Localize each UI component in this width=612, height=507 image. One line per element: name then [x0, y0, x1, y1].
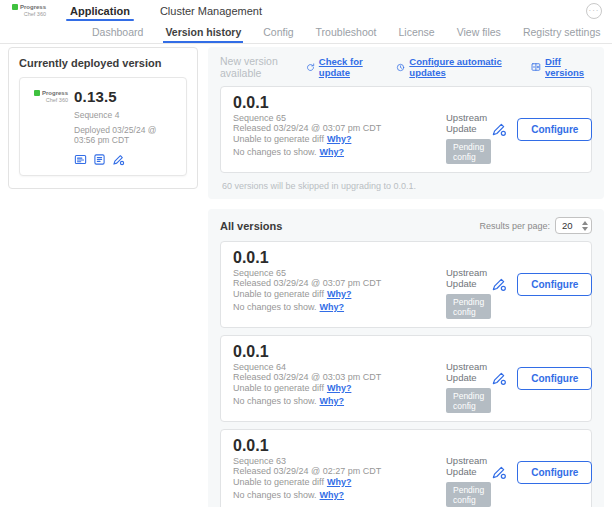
all-versions-panel: All versions Results per page: 20 0.0.1 …: [208, 209, 604, 507]
check-for-update-link[interactable]: Check for update: [306, 56, 382, 78]
select-stepper-icon: [582, 221, 588, 231]
version-released: Released 03/29/24 @ 03:07 pm CDT: [233, 123, 446, 133]
version-label: 0.0.1: [233, 94, 446, 111]
refresh-icon: [306, 62, 315, 73]
status-badge: Pending config: [446, 139, 491, 164]
changes-why-link[interactable]: Why?: [320, 490, 345, 500]
subnav-config[interactable]: Config: [259, 21, 297, 43]
deployed-version-label: 0.13.5: [74, 88, 176, 105]
configure-button[interactable]: Configure: [517, 273, 592, 296]
edit-config-icon[interactable]: [112, 153, 125, 166]
logo-product-text: Chef 360: [10, 11, 46, 17]
deployed-timestamp: Deployed 03/25/24 @ 03:56 pm CDT: [74, 125, 176, 145]
diff-why-link[interactable]: Why?: [327, 134, 352, 144]
version-released: Released 03/29/24 @ 03:03 pm CDT: [233, 372, 446, 382]
tab-cluster-management[interactable]: Cluster Management: [156, 0, 266, 21]
skip-versions-note: 60 versions will be skipped in upgrading…: [220, 181, 592, 191]
version-source-label: Upstream Update: [446, 112, 491, 134]
edit-config-icon[interactable]: [491, 276, 507, 292]
diff-why-link[interactable]: Why?: [327, 477, 352, 487]
sub-nav: Dashboard Version history Config Trouble…: [0, 21, 612, 44]
new-version-title: New version available: [220, 55, 306, 79]
view-config-icon[interactable]: [93, 153, 106, 166]
diff-why-link[interactable]: Why?: [327, 383, 352, 393]
configure-button[interactable]: Configure: [517, 367, 592, 390]
subnav-troubleshoot[interactable]: Troubleshoot: [312, 21, 381, 43]
configure-button[interactable]: Configure: [517, 118, 592, 141]
version-sequence: Sequence 64: [233, 362, 446, 372]
status-badge: Pending config: [446, 294, 491, 319]
diff-status-line: Unable to generate diffWhy?: [233, 477, 446, 487]
ellipsis-icon: ···: [589, 6, 600, 15]
version-label: 0.0.1: [233, 437, 446, 454]
changes-why-link[interactable]: Why?: [320, 302, 345, 312]
diff-icon: [531, 61, 541, 73]
changes-why-link[interactable]: Why?: [320, 396, 345, 406]
version-card: 0.0.1 Sequence 63 Released 03/29/24 @ 02…: [220, 429, 592, 507]
subnav-version-history[interactable]: Version history: [161, 21, 245, 43]
version-source-label: Upstream Update: [446, 267, 491, 289]
version-actions: Check for update Configure automatic upd…: [306, 56, 592, 78]
changes-status-line: No changes to show.Why?: [233, 396, 446, 406]
version-released: Released 03/29/24 @ 02:27 pm CDT: [233, 466, 446, 476]
logo-brand-text: Progress: [20, 4, 46, 11]
version-sequence: Sequence 63: [233, 456, 446, 466]
changes-why-link[interactable]: Why?: [320, 147, 345, 157]
version-card: 0.0.1 Sequence 65 Released 03/29/24 @ 03…: [220, 241, 592, 328]
diff-status-line: Unable to generate diffWhy?: [233, 134, 446, 144]
configure-button[interactable]: Configure: [517, 461, 592, 484]
diff-versions-link[interactable]: Diff versions: [531, 56, 592, 78]
edit-config-icon[interactable]: [491, 464, 507, 480]
deployed-version-card: Progress Chef 360 0.13.5 Sequence 4 Depl…: [19, 77, 187, 176]
changes-status-line: No changes to show.Why?: [233, 302, 446, 312]
version-card: 0.0.1 Sequence 65 Released 03/29/24 @ 03…: [220, 86, 592, 173]
status-badge: Pending config: [446, 482, 491, 507]
currently-deployed-panel: Currently deployed version Progress Chef…: [8, 47, 198, 189]
results-per-page-value: 20: [562, 220, 573, 231]
logo-mark-icon: [34, 90, 40, 96]
currently-deployed-title: Currently deployed version: [19, 57, 187, 69]
diff-status-line: Unable to generate diffWhy?: [233, 289, 446, 299]
page-content: Currently deployed version Progress Chef…: [0, 44, 612, 507]
status-badge: Pending config: [446, 388, 491, 413]
version-card: 0.0.1 Sequence 64 Released 03/29/24 @ 03…: [220, 335, 592, 422]
subnav-view-files[interactable]: View files: [453, 21, 505, 43]
app-tabs: Application Cluster Management: [66, 0, 288, 21]
configure-automatic-updates-link[interactable]: Configure automatic updates: [396, 56, 517, 78]
new-version-panel: New version available Check for update C…: [208, 47, 604, 199]
diff-status-line: Unable to generate diffWhy?: [233, 383, 446, 393]
version-source-label: Upstream Update: [446, 361, 491, 383]
version-released: Released 03/29/24 @ 03:07 pm CDT: [233, 278, 446, 288]
logo-mark-icon: [12, 4, 18, 10]
results-per-page-label: Results per page:: [479, 221, 550, 231]
changes-status-line: No changes to show.Why?: [233, 490, 446, 500]
subnav-license[interactable]: License: [395, 21, 439, 43]
new-version-card-slot: 0.0.1 Sequence 65 Released 03/29/24 @ 03…: [220, 86, 592, 173]
overflow-menu-button[interactable]: ···: [586, 3, 602, 19]
app-logo: Progress Chef 360: [10, 4, 46, 17]
subnav-registry-settings[interactable]: Registry settings: [519, 21, 605, 43]
diff-why-link[interactable]: Why?: [327, 289, 352, 299]
version-sequence: Sequence 65: [233, 268, 446, 278]
results-per-page: Results per page: 20: [479, 217, 592, 234]
results-per-page-select[interactable]: 20: [555, 217, 592, 234]
version-label: 0.0.1: [233, 249, 446, 266]
version-history-main: New version available Check for update C…: [208, 47, 604, 507]
version-sequence: Sequence 65: [233, 113, 446, 123]
top-nav: Progress Chef 360 Application Cluster Ma…: [0, 0, 612, 21]
edit-config-icon[interactable]: [491, 121, 507, 137]
edit-config-icon[interactable]: [491, 370, 507, 386]
tab-application[interactable]: Application: [66, 0, 134, 21]
schedule-icon: [396, 62, 405, 73]
subnav-dashboard[interactable]: Dashboard: [88, 21, 147, 43]
deployed-app-logo: Progress Chef 360: [30, 88, 68, 166]
changes-status-line: No changes to show.Why?: [233, 147, 446, 157]
deployed-sequence: Sequence 4: [74, 110, 176, 120]
all-versions-title: All versions: [220, 220, 282, 232]
release-notes-icon[interactable]: [74, 153, 87, 166]
all-versions-list: 0.0.1 Sequence 65 Released 03/29/24 @ 03…: [220, 241, 592, 507]
version-label: 0.0.1: [233, 343, 446, 360]
version-source-label: Upstream Update: [446, 455, 491, 477]
